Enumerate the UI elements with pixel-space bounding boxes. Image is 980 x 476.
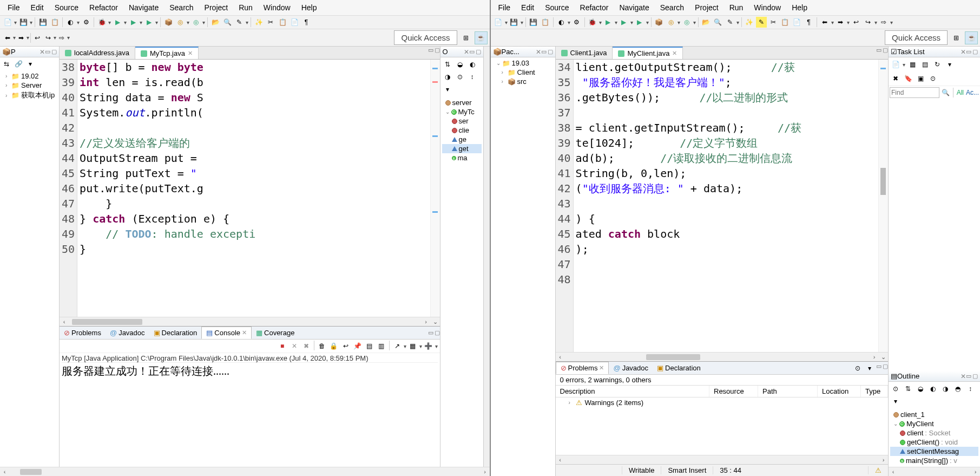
code-editor[interactable]: 38394041424344454647484950 byte[] b = ne… <box>60 60 440 317</box>
close-icon[interactable]: ✕ <box>40 48 45 56</box>
focus-icon[interactable]: ⊙ <box>890 383 901 394</box>
coverage-icon[interactable]: ▶ <box>128 17 139 28</box>
outline-item[interactable]: get <box>442 144 482 153</box>
maximize-icon[interactable]: ▢ <box>476 48 481 55</box>
project-tree[interactable]: ⌄📁19.03 ›📁Client ›📦src <box>491 57 555 87</box>
code-editor[interactable]: 343536373839404142434445464748 lient.get… <box>556 60 889 352</box>
show-stderr-icon[interactable]: ▥ <box>376 341 387 351</box>
menu-navigate[interactable]: Navigate <box>614 1 654 14</box>
run-icon[interactable]: ▶ <box>112 17 123 28</box>
maximize-icon[interactable]: ▢ <box>972 48 978 55</box>
nav-back-icon[interactable]: ⬅ <box>819 17 830 28</box>
outline-item[interactable]: smain(String[]) : v <box>890 456 978 465</box>
run-icon[interactable]: ▶ <box>603 17 614 28</box>
tab-console[interactable]: ▤Console✕ <box>201 327 252 339</box>
minimize-icon[interactable]: ▭ <box>428 47 433 59</box>
open-console-icon[interactable]: ▦ <box>407 341 418 351</box>
hist-back-icon[interactable]: ↩ <box>851 17 861 28</box>
tab-declaration[interactable]: ▣Declaration <box>653 362 705 374</box>
perspective-java-icon[interactable]: ☕ <box>475 31 488 44</box>
nav-fwd-icon[interactable]: ➡ <box>16 32 27 43</box>
debug-swap-icon[interactable]: ◐ <box>556 17 567 28</box>
collapse-icon[interactable]: ▣ <box>915 73 926 84</box>
filter-all-link[interactable]: All <box>957 89 964 96</box>
minimize-icon[interactable]: ▭ <box>541 48 547 55</box>
menu-run[interactable]: Run <box>724 1 749 14</box>
search-icon[interactable]: 🔍 <box>713 17 724 28</box>
pilcrow-icon[interactable]: ¶ <box>804 17 814 28</box>
minimize-icon[interactable]: ▭ <box>45 48 50 55</box>
hist-fwd-icon[interactable]: ↪ <box>863 17 873 28</box>
menu-source[interactable]: Source <box>540 1 574 14</box>
outline-item[interactable]: ser <box>442 116 482 126</box>
scroll-right-icon[interactable]: › <box>870 354 879 360</box>
remove-all-icon[interactable]: ✖ <box>301 341 312 351</box>
menu-help[interactable]: Help <box>296 1 323 14</box>
menu-search[interactable]: Search <box>164 1 199 14</box>
hide-nonpublic-icon[interactable]: ◑ <box>442 71 453 82</box>
external-icon[interactable]: ▶ <box>634 17 645 28</box>
overview-ruler[interactable] <box>430 60 440 317</box>
project-item[interactable]: Server <box>21 81 42 89</box>
maximize-icon[interactable]: ▢ <box>883 363 888 374</box>
outline-item[interactable]: server <box>442 98 482 107</box>
project-item[interactable]: Client <box>517 68 535 76</box>
hide-fields-icon[interactable]: ◒ <box>455 59 465 70</box>
cut-icon[interactable]: ✂ <box>768 17 779 28</box>
build-icon[interactable]: ⚙ <box>81 17 91 28</box>
new-icon[interactable]: 📄 <box>2 17 13 28</box>
close-icon[interactable]: ✕ <box>188 50 193 57</box>
close-icon[interactable]: ✕ <box>536 48 541 56</box>
scroll-left-icon[interactable]: ‹ <box>556 354 565 360</box>
minimize-icon[interactable]: ▭ <box>876 47 882 59</box>
perspective-java-icon[interactable]: ☕ <box>965 31 978 44</box>
schedule-icon[interactable]: ▤ <box>919 59 930 70</box>
hide-nonpublic-icon[interactable]: ◑ <box>940 383 951 394</box>
hide-fields-icon[interactable]: ◒ <box>915 383 926 394</box>
link-icon[interactable]: ↕ <box>965 383 976 394</box>
editor-tab[interactable]: localAddress.java <box>60 47 135 59</box>
close-icon[interactable]: ✕ <box>464 48 469 56</box>
save-all-icon[interactable]: 💾 <box>37 17 48 28</box>
clear-console-icon[interactable]: 🗑 <box>317 341 327 351</box>
new-icon[interactable]: 📄 <box>493 17 504 28</box>
highlight-icon[interactable]: ✎ <box>756 17 767 28</box>
view-menu-icon[interactable]: ▾ <box>25 58 36 69</box>
minimize-icon[interactable]: ▭ <box>428 329 433 336</box>
paste-icon[interactable]: 📋 <box>277 17 288 28</box>
scroll-right-icon[interactable]: › <box>422 318 431 325</box>
menu-help[interactable]: Help <box>786 1 813 14</box>
sort-icon[interactable]: ⇅ <box>442 59 453 70</box>
project-item[interactable]: 获取本机ip <box>21 90 55 100</box>
problems-scrollbar[interactable]: ‹› <box>556 455 889 464</box>
minimize-icon[interactable]: ▭ <box>966 373 971 380</box>
save-icon[interactable]: 💾 <box>18 17 29 28</box>
debug-icon[interactable]: 🐞 <box>587 17 598 28</box>
menu-edit[interactable]: Edit <box>25 1 49 14</box>
menu-run[interactable]: Run <box>233 1 258 14</box>
new-class-icon[interactable]: ◎ <box>666 17 676 28</box>
new-class-icon[interactable]: ◎ <box>175 17 186 28</box>
tasklist-find-input[interactable] <box>890 87 939 98</box>
focus-icon[interactable]: ⊙ <box>455 71 465 82</box>
focus-task-icon[interactable]: ⊙ <box>852 363 863 374</box>
tab-javadoc[interactable]: @Javadoc <box>106 327 149 338</box>
hist-back-icon[interactable]: ↩ <box>32 32 43 43</box>
filter-activate-link[interactable]: Ac... <box>966 89 979 96</box>
tab-problems[interactable]: ⊘Problems✕ <box>556 362 609 374</box>
menu-source[interactable]: Source <box>49 1 84 14</box>
menu-edit[interactable]: Edit <box>516 1 540 14</box>
print-icon[interactable]: 📋 <box>540 17 551 28</box>
search-icon[interactable]: 🔍 <box>942 89 950 96</box>
quick-access-box[interactable]: Quick Access <box>885 30 948 45</box>
outline-item[interactable]: ⌄CMyClient <box>890 419 978 428</box>
maximize-icon[interactable]: ▢ <box>972 373 978 380</box>
outline-item[interactable]: sma <box>442 153 482 162</box>
tab-javadoc[interactable]: @Javadoc <box>609 362 653 374</box>
coverage-icon[interactable]: ▶ <box>619 17 629 28</box>
chevron-down-icon[interactable]: ⌄ <box>879 354 888 361</box>
menu-project[interactable]: Project <box>199 1 234 14</box>
project-item[interactable]: 19.03 <box>512 59 530 67</box>
horizontal-scrollbar[interactable]: ‹ › ⌄ <box>60 317 440 326</box>
outline-item[interactable]: ⌄CMyTc <box>442 107 482 116</box>
